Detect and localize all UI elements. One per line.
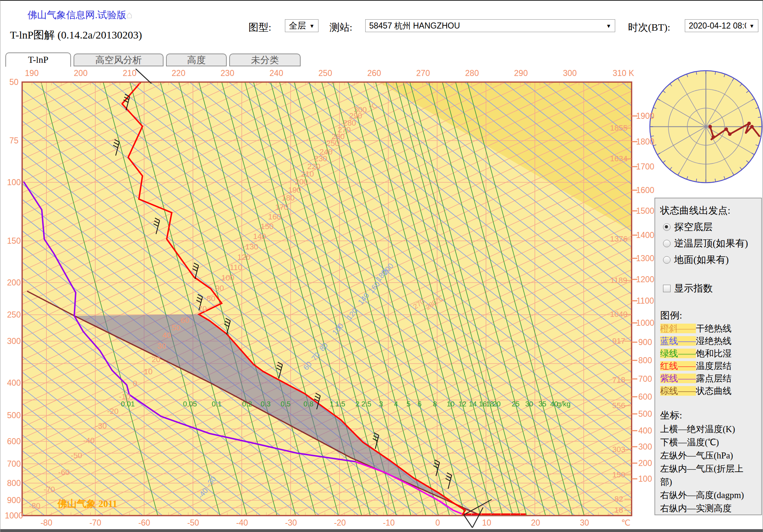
legend-item-3: 红线——温度层结 <box>660 360 756 372</box>
time-select[interactable]: 2020-04-12 08:00 ▼ <box>685 19 758 32</box>
bottom-scrollbar[interactable] <box>0 529 763 532</box>
coord-line-6: 右纵内—实测高度 <box>660 502 756 514</box>
legend-item-4: 紫线——露点层结 <box>660 373 756 384</box>
legend-title: 图例: <box>660 309 756 322</box>
time-label: 时次(BT): <box>628 21 670 34</box>
legend-item-0: 橙斜——干绝热线 <box>660 323 756 334</box>
options-panel: 状态曲线出发点: 探空底层 逆温层顶(如果有) 地面(如果有) 显示指数 图例:… <box>654 198 762 515</box>
coord-line-4: 部) <box>660 476 756 488</box>
coord-line-3: 左纵内—气压(折层上 <box>660 463 756 475</box>
coords-help: 上横—绝对温度(K)下横—温度(℃)左纵外—气压(hPa)左纵内—气压(折层上部… <box>660 423 756 514</box>
watermark: 佛山气象 2011 <box>57 497 117 510</box>
tab-height[interactable]: 高度 <box>166 54 227 66</box>
radio-icon[interactable] <box>663 240 671 247</box>
page-title: T-lnP图解 (0.14.2a/20130203) <box>10 28 142 42</box>
radio-sounding-base[interactable]: 探空底层 <box>660 221 756 233</box>
chart-type-label: 图型: <box>249 21 271 34</box>
chevron-down-icon: ▼ <box>606 23 611 29</box>
skewt-chart <box>15 67 641 528</box>
chart-type-select[interactable]: 全层 ▼ <box>285 19 318 32</box>
radio-ground[interactable]: 地面(如果有) <box>660 253 756 266</box>
chevron-down-icon: ▼ <box>309 23 315 29</box>
coord-line-0: 上横—绝对温度(K) <box>660 423 756 435</box>
radio-icon[interactable] <box>663 256 671 264</box>
radio-icon[interactable] <box>663 223 671 231</box>
checkbox-icon[interactable] <box>663 285 671 292</box>
start-point-title: 状态曲线出发点: <box>660 204 756 217</box>
station-label: 测站: <box>330 21 352 34</box>
tab-unclassified[interactable]: 未分类 <box>229 54 301 66</box>
chevron-down-icon: ▼ <box>749 23 754 29</box>
legend-item-5: 棕线——状态曲线 <box>660 385 756 397</box>
station-select[interactable]: 58457 杭州 HANGZHOU ▼ <box>365 19 615 32</box>
legend-item-2: 绿线——饱和比湿 <box>660 348 756 359</box>
legend: 橙斜——干绝热线蓝线——湿绝热线绿线——饱和比湿红线——温度层结紫线——露点层结… <box>660 323 756 397</box>
home-icon[interactable]: ⌂ <box>126 9 132 20</box>
coord-line-1: 下横—温度(℃) <box>660 436 756 448</box>
legend-item-1: 蓝线——湿绝热线 <box>660 335 756 347</box>
coords-title: 坐标: <box>660 409 756 422</box>
tab-upper-wind[interactable]: 高空风分析 <box>74 54 164 66</box>
radio-inversion-top[interactable]: 逆温层顶(如果有) <box>660 237 756 250</box>
coord-line-5: 右纵外—高度(dagpm) <box>660 489 756 501</box>
show-index-option[interactable]: 显示指数 <box>660 282 756 295</box>
coord-line-2: 左纵外—气压(hPa) <box>660 450 756 461</box>
page-frame: 佛山气象信息网.试验版⌂ T-lnP图解 (0.14.2a/20130203) … <box>0 0 763 532</box>
site-link[interactable]: 佛山气象信息网.试验版⌂ <box>27 9 132 21</box>
tab-tlnp[interactable]: T-lnP <box>5 52 71 67</box>
wind-hodograph <box>647 68 763 186</box>
